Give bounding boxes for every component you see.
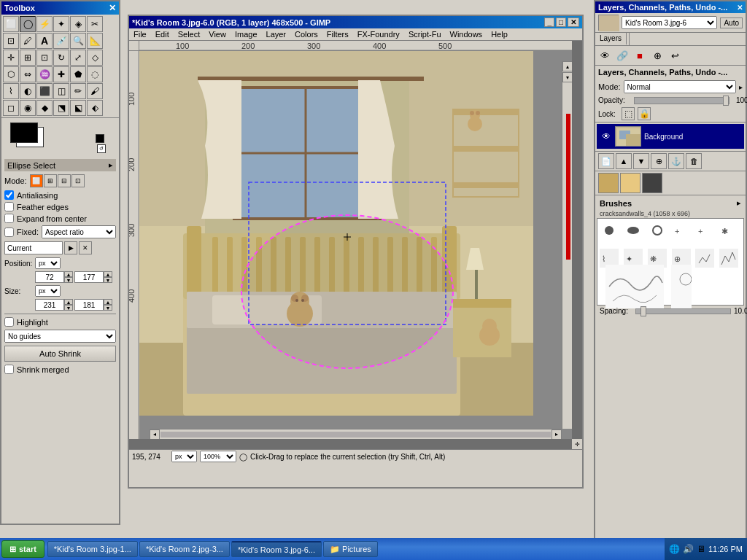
auto-shrink-btn[interactable]: Auto Shrink [4,346,116,362]
taskbar-item-4[interactable]: 📁 Pictures [323,541,378,557]
lock-pixels-btn[interactable]: ⬚ [622,107,635,120]
select-by-color-tool[interactable]: ◈ [70,16,86,32]
guides-select[interactable]: No guides [4,330,116,343]
blend-tool[interactable]: ◫ [53,83,69,99]
brush-item-6[interactable]: ✱ [719,220,739,241]
highlight-checkbox[interactable] [4,317,14,327]
paintbrush-tool[interactable]: 🖌 [87,83,103,99]
current-apply-btn[interactable]: ▶ [64,241,77,254]
menu-view[interactable]: View [206,29,229,39]
duplicate-layer-btn[interactable]: ⊕ [651,153,667,169]
layers-mode-select[interactable]: Normal [624,80,736,93]
new-layer-btn[interactable]: 📄 [598,153,614,169]
menu-image[interactable]: Image [232,29,260,39]
brush-item-12[interactable] [719,248,739,268]
layers-tool-path[interactable]: ⊕ [649,47,665,63]
crop-tool[interactable]: ⊡ [36,50,53,66]
eraser-tool[interactable]: ◻ [3,100,19,116]
image-name-select[interactable]: Kid's Room 3.jpg-6 [622,16,717,29]
current-clear-btn[interactable]: ✕ [79,241,92,254]
gimp-minimize-btn[interactable]: _ [544,18,554,27]
mode-subtract-btn[interactable]: ⊟ [58,174,71,187]
perspective-clone-tool[interactable]: ⬟ [70,66,86,82]
smudge-tool[interactable]: ⌇ [3,83,19,99]
brush-item-11[interactable] [694,248,715,268]
perspective-tool[interactable]: ⬡ [3,66,19,82]
size-unit-select[interactable]: px [35,285,61,297]
shrink-merged-checkbox[interactable] [4,365,14,374]
size-h-up[interactable]: ▲ [104,299,112,305]
brush-item-4[interactable]: + [671,220,692,241]
paths-tool[interactable]: 🖊 [20,33,36,49]
gimp-close-btn[interactable]: ✕ [568,18,579,27]
menu-colors[interactable]: Colors [292,29,321,39]
pos-y-input[interactable]: 177 [74,271,104,283]
current-value-input[interactable]: Current [4,241,63,254]
flip-tool[interactable]: ⇔ [20,66,36,82]
heal-tool[interactable]: ✚ [53,66,69,82]
color-picker-tool[interactable]: 💉 [53,33,69,49]
brush-item-2[interactable] [623,220,643,241]
scroll-up-btn[interactable]: ▴ [562,61,572,71]
size-w-input[interactable]: 231 [35,299,64,311]
reset-colors-btn[interactable]: ↺ [97,144,106,153]
brush-pattern-2[interactable] [620,173,640,193]
size-w-down[interactable]: ▼ [64,305,73,311]
lower-layer-btn[interactable]: ▼ [633,153,649,169]
fuzzy-select-tool[interactable]: ✦ [53,16,69,32]
menu-filters[interactable]: Filters [324,29,352,39]
menu-help[interactable]: Help [488,29,511,39]
gimp-maximize-btn[interactable]: □ [556,18,566,27]
scale-tool[interactable]: ⤢ [70,50,86,66]
brush-pattern-3[interactable] [642,173,662,193]
expand-checkbox[interactable] [4,214,14,223]
toolbox-close-btn[interactable]: ✕ [109,3,116,13]
opacity-slider[interactable] [634,97,729,104]
layer-background-item[interactable]: 👁 Background [597,124,744,149]
measure-tool[interactable]: 📐 [87,33,103,49]
fixed-select[interactable]: Aspect ratio Width Height Size [42,225,116,238]
brush-item-3[interactable] [647,220,667,241]
foreground-color-swatch[interactable] [10,122,38,143]
text-tool[interactable]: A [36,33,53,49]
menu-fx-foundry[interactable]: FX-Foundry [355,29,403,39]
size-h-input[interactable]: 181 [74,299,104,311]
menu-edit[interactable]: Edit [152,29,172,39]
rect-select-tool[interactable]: ⬜ [3,16,19,32]
scroll-left-btn[interactable]: ◂ [150,429,160,440]
start-button[interactable]: ⊞ start [1,540,44,558]
layer-visibility-icon[interactable]: 👁 [600,131,612,142]
menu-select[interactable]: Select [175,29,204,39]
extra-tool1[interactable]: ⬕ [70,100,86,116]
blur-tool[interactable]: ◌ [87,66,103,82]
swap-colors-btn[interactable]: ⇄ [96,134,104,143]
taskbar-item-3[interactable]: *Kid's Room 3.jpg-6... [231,541,322,557]
taskbar-item-2[interactable]: *Kid's Room 2.jpg-3... [139,541,230,557]
extra-tool2[interactable]: ⬖ [87,100,103,116]
scissors-tool[interactable]: ✂ [87,16,103,32]
mode-intersect-btn[interactable]: ⊡ [71,174,85,187]
magnify-tool[interactable]: 🔍 [70,33,86,49]
pos-y-down[interactable]: ▼ [104,277,112,283]
fixed-checkbox[interactable] [4,228,14,237]
anchor-layer-btn[interactable]: ⚓ [668,153,684,169]
taskbar-item-1[interactable]: *Kid's Room 3.jpg-1... [47,541,138,557]
brush-item-1[interactable] [599,220,619,241]
airbrush-tool[interactable]: ◉ [20,100,36,116]
brushes-expand-btn[interactable]: ▸ [737,198,741,208]
scroll-right-btn[interactable]: ▸ [551,429,562,440]
position-unit-select[interactable]: px [35,257,61,269]
shear-tool[interactable]: ◇ [87,50,103,66]
brush-item-large-2[interactable] [671,276,692,297]
dodge-burn-tool[interactable]: ◐ [20,83,36,99]
foreground-select-tool[interactable]: ⊡ [3,33,19,49]
lock-position-btn[interactable]: 🔒 [638,107,651,120]
ellipse-select-tool[interactable]: ◯ [20,16,36,32]
free-select-tool[interactable]: ⚡ [36,16,53,32]
bucket-fill-tool[interactable]: ⬛ [36,83,53,99]
brush-item-large-1[interactable] [599,276,670,297]
size-h-down[interactable]: ▼ [104,305,112,311]
raise-layer-btn[interactable]: ▲ [616,153,632,169]
pos-x-input[interactable]: 72 [35,271,64,283]
layers-mode-expand[interactable]: ▸ [739,83,743,91]
